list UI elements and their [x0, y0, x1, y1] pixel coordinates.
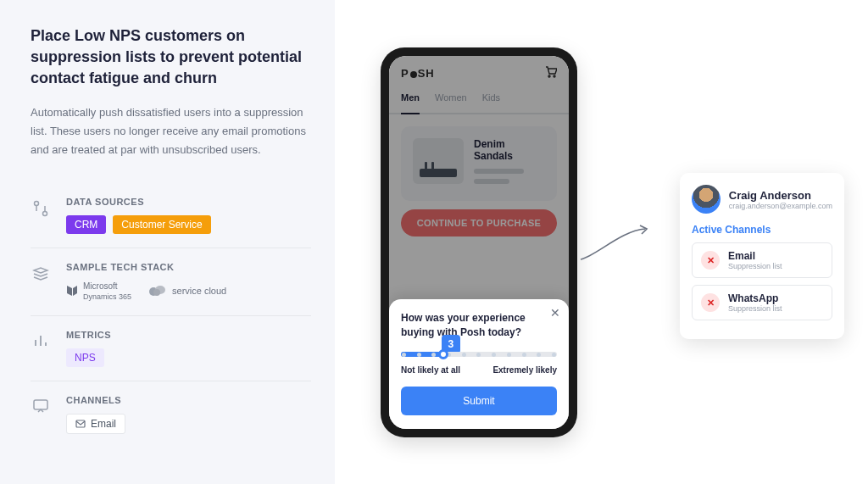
svg-rect-5	[34, 400, 47, 409]
tab-men[interactable]: Men	[401, 92, 420, 114]
phone-brand: PSH	[401, 67, 435, 80]
suppress-icon: ✕	[701, 251, 720, 270]
arrow-icon	[579, 224, 650, 261]
channels-icon	[31, 395, 51, 434]
stack-icon	[31, 262, 51, 302]
page-description: Automatically push dissatisfied users in…	[31, 103, 311, 159]
phone-mockup: PSH Men Women Kids Denim Sandals	[381, 47, 577, 437]
user-email: craig.anderson@example.com	[729, 202, 832, 210]
data-sources-section: DATA SOURCES CRM Customer Service	[31, 183, 311, 248]
svg-point-8	[554, 75, 555, 77]
tech-stack-label: SAMPLE TECH STACK	[66, 262, 311, 272]
tech-microsoft: MicrosoftDynamics 365	[66, 281, 131, 302]
avatar	[692, 185, 721, 214]
cart-icon[interactable]	[545, 66, 557, 81]
channels-section: CHANNELS Email	[31, 381, 311, 448]
user-card: Craig Anderson craig.anderson@example.co…	[680, 173, 844, 339]
channels-label: CHANNELS	[66, 395, 311, 405]
user-name: Craig Anderson	[729, 189, 832, 202]
right-panel: PSH Men Women Kids Denim Sandals	[335, 0, 868, 484]
nps-slider[interactable]: 3	[401, 352, 557, 357]
tag-nps: NPS	[66, 348, 104, 367]
metrics-section: METRICS NPS	[31, 316, 311, 381]
svg-point-7	[548, 75, 550, 77]
svg-point-0	[35, 201, 39, 205]
channel-email: ✕ Email Suppression list	[692, 242, 832, 278]
phone-tabs: Men Women Kids	[389, 87, 569, 114]
tag-crm: CRM	[66, 215, 106, 234]
continue-purchase-button[interactable]: CONTINUE TO PURCHASE	[401, 209, 557, 236]
channel-status: Suppression list	[728, 304, 782, 313]
svg-point-4	[153, 289, 160, 296]
product-name: Denim Sandals	[474, 138, 545, 162]
page-title: Place Low NPS customers on suppression l…	[31, 25, 311, 90]
sources-icon	[31, 197, 51, 234]
svg-rect-6	[76, 420, 85, 427]
tab-women[interactable]: Women	[435, 92, 467, 106]
tab-kids[interactable]: Kids	[482, 92, 500, 106]
suppress-icon: ✕	[701, 293, 720, 312]
slider-max-label: Extremely likely	[492, 365, 557, 375]
active-channels-label: Active Channels	[692, 224, 832, 236]
channel-whatsapp: ✕ WhatsApp Suppression list	[692, 285, 832, 320]
product-image	[413, 138, 464, 184]
tag-email: Email	[66, 414, 125, 434]
survey-question: How was your experience buying with Posh…	[401, 311, 557, 340]
left-panel: Place Low NPS customers on suppression l…	[0, 0, 335, 484]
submit-button[interactable]: Submit	[401, 387, 557, 415]
metrics-label: METRICS	[66, 330, 311, 340]
tech-salesforce: service cloud	[148, 284, 226, 298]
metrics-icon	[31, 330, 51, 367]
envelope-icon	[75, 420, 86, 428]
product-card[interactable]: Denim Sandals	[401, 126, 557, 201]
channel-name: Email	[728, 250, 782, 262]
main-container: Place Low NPS customers on suppression l…	[0, 0, 868, 484]
svg-point-1	[43, 211, 47, 215]
channel-status: Suppression list	[728, 262, 782, 270]
survey-sheet: ✕ How was your experience buying with Po…	[389, 299, 569, 429]
channel-name: WhatsApp	[728, 292, 782, 304]
tag-customer-service: Customer Service	[113, 215, 210, 234]
phone-screen: PSH Men Women Kids Denim Sandals	[389, 56, 569, 429]
data-sources-label: DATA SOURCES	[66, 197, 311, 207]
survey-close-icon[interactable]: ✕	[550, 306, 560, 320]
tech-stack-section: SAMPLE TECH STACK MicrosoftDynamics 365 …	[31, 248, 311, 316]
slider-min-label: Not likely at all	[401, 365, 460, 375]
